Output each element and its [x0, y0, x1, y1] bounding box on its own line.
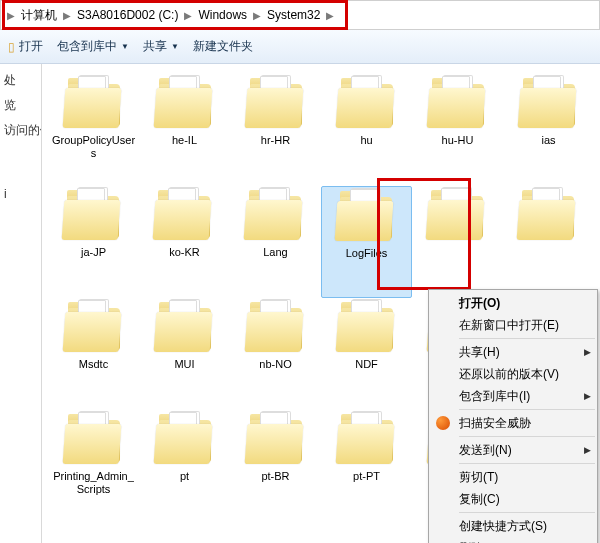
open-label: 打开	[19, 38, 43, 55]
menu-open[interactable]: 打开(O)	[429, 292, 597, 314]
folder-label: Lang	[261, 246, 289, 259]
folder-item[interactable]: pt-PT	[321, 410, 412, 522]
navigation-sidebar[interactable]: 处 览 访问的位置 i	[0, 64, 42, 543]
folder-icon	[518, 190, 578, 242]
share-button[interactable]: 共享 ▼	[143, 38, 179, 55]
folder-label: ias	[539, 134, 557, 147]
folder-label: nb-NO	[257, 358, 293, 371]
menu-copy[interactable]: 复制(C)	[429, 488, 597, 510]
folder-item[interactable]: ko-KR	[139, 186, 230, 298]
folder-item[interactable]: hu	[321, 74, 412, 186]
sidebar-item[interactable]: 处	[2, 68, 39, 93]
folder-label: he-IL	[170, 134, 199, 147]
bc-drive[interactable]: S3A8016D002 (C:)	[75, 8, 180, 22]
chevron-right-icon: ▶	[322, 10, 338, 21]
folder-item[interactable]: pt	[139, 410, 230, 522]
menu-open-new-window[interactable]: 在新窗口中打开(E)	[429, 314, 597, 336]
folder-item[interactable]: nb-NO	[230, 298, 321, 410]
folder-label: pt-BR	[259, 470, 291, 483]
folder-item[interactable]: MUI	[139, 298, 230, 410]
folder-item[interactable]: hu-HU	[412, 74, 503, 186]
folder-label: GroupPolicyUsers	[48, 134, 139, 160]
folder-item[interactable]: Lang	[230, 186, 321, 298]
folder-label: hu-HU	[440, 134, 476, 147]
folder-icon	[336, 191, 396, 243]
chevron-right-icon: ▶	[59, 10, 75, 21]
folder-icon	[64, 78, 124, 130]
menu-separator	[459, 436, 595, 437]
folder-icon	[154, 190, 214, 242]
sidebar-item[interactable]: 访问的位置	[2, 118, 39, 143]
chevron-right-icon: ▶	[249, 10, 265, 21]
bc-windows[interactable]: Windows	[196, 8, 249, 22]
folder-label: LogFiles	[344, 247, 390, 260]
menu-delete[interactable]: 🛡删除(D)	[429, 537, 597, 543]
folder-label: ja-JP	[79, 246, 108, 259]
folder-label: pt-PT	[351, 470, 382, 483]
folder-item[interactable]: hr-HR	[230, 74, 321, 186]
include-label: 包含到库中	[57, 38, 117, 55]
folder-label: ko-KR	[167, 246, 202, 259]
sidebar-item[interactable]: i	[2, 183, 39, 205]
folder-icon	[64, 414, 124, 466]
menu-scan-threats[interactable]: 扫描安全威胁	[429, 412, 597, 434]
folder-item[interactable]: he-IL	[139, 74, 230, 186]
folder-item[interactable]: ja-JP	[48, 186, 139, 298]
chevron-right-icon: ▶	[180, 10, 196, 21]
new-folder-button[interactable]: 新建文件夹	[193, 38, 253, 55]
folder-icon	[337, 302, 397, 354]
folder-icon	[246, 78, 306, 130]
open-folder-icon: ▯	[8, 40, 15, 54]
submenu-arrow-icon: ▶	[584, 391, 591, 401]
folder-label: NDF	[353, 358, 380, 371]
menu-restore-previous[interactable]: 还原以前的版本(V)	[429, 363, 597, 385]
folder-icon	[519, 78, 579, 130]
toolbar: ▯ 打开 包含到库中 ▼ 共享 ▼ 新建文件夹	[0, 30, 600, 64]
folder-item[interactable]: LogFiles	[321, 186, 412, 298]
include-in-library-button[interactable]: 包含到库中 ▼	[57, 38, 129, 55]
folder-icon	[155, 302, 215, 354]
file-pane[interactable]: GroupPolicyUsershe-ILhr-HRhuhu-HUiasja-J…	[42, 64, 600, 543]
menu-cut[interactable]: 剪切(T)	[429, 466, 597, 488]
folder-item[interactable]: Msdtc	[48, 298, 139, 410]
folder-item[interactable]: Printing_Admin_Scripts	[48, 410, 139, 522]
bc-system32[interactable]: System32	[265, 8, 322, 22]
caret-down-icon: ▼	[121, 42, 129, 51]
folder-icon	[245, 190, 305, 242]
folder-item[interactable]	[412, 186, 503, 298]
folder-icon	[337, 78, 397, 130]
caret-down-icon: ▼	[171, 42, 179, 51]
menu-create-shortcut[interactable]: 创建快捷方式(S)	[429, 515, 597, 537]
submenu-arrow-icon: ▶	[584, 347, 591, 357]
menu-separator	[459, 512, 595, 513]
sidebar-item[interactable]: 览	[2, 93, 39, 118]
menu-include-in-library[interactable]: 包含到库中(I)▶	[429, 385, 597, 407]
folder-icon	[155, 78, 215, 130]
context-menu: 打开(O) 在新窗口中打开(E) 共享(H)▶ 还原以前的版本(V) 包含到库中…	[428, 289, 598, 543]
open-button[interactable]: ▯ 打开	[8, 38, 43, 55]
bc-computer[interactable]: 计算机	[19, 7, 59, 24]
folder-label: hr-HR	[259, 134, 292, 147]
newfolder-label: 新建文件夹	[193, 38, 253, 55]
folder-item[interactable]: GroupPolicyUsers	[48, 74, 139, 186]
folder-label: MUI	[172, 358, 196, 371]
menu-share[interactable]: 共享(H)▶	[429, 341, 597, 363]
folder-item[interactable]: pt-BR	[230, 410, 321, 522]
chevron-right-icon: ▶	[3, 10, 19, 21]
folder-icon	[246, 414, 306, 466]
folder-item[interactable]: NDF	[321, 298, 412, 410]
share-label: 共享	[143, 38, 167, 55]
folder-icon	[428, 78, 488, 130]
folder-label: pt	[178, 470, 191, 483]
folder-item[interactable]	[503, 186, 594, 298]
menu-send-to[interactable]: 发送到(N)▶	[429, 439, 597, 461]
folder-icon	[63, 190, 123, 242]
folder-icon	[337, 414, 397, 466]
menu-separator	[459, 409, 595, 410]
folder-icon	[246, 302, 306, 354]
folder-item[interactable]: ias	[503, 74, 594, 186]
folder-icon	[64, 302, 124, 354]
submenu-arrow-icon: ▶	[584, 445, 591, 455]
breadcrumb-bar[interactable]: ▶ 计算机 ▶ S3A8016D002 (C:) ▶ Windows ▶ Sys…	[0, 0, 600, 30]
folder-label: Msdtc	[77, 358, 110, 371]
